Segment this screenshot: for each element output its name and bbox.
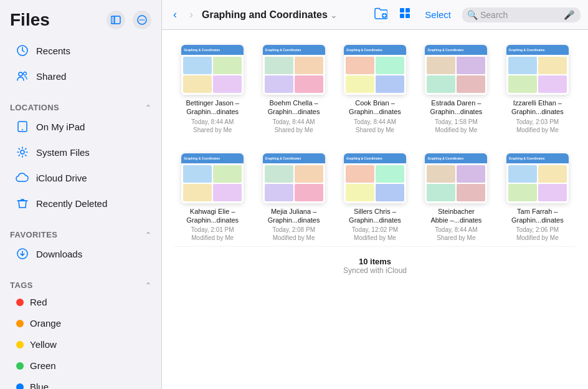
toolbar: ‹ › Graphing and Coordinates ⌄ xyxy=(162,0,588,30)
file-time: Today, 1:58 PM xyxy=(435,118,478,127)
file-status: Shared by Me xyxy=(356,127,394,133)
search-bar: 🔍 🎤 xyxy=(462,7,581,22)
doc-header: Graphing & Coordinates xyxy=(425,45,487,55)
doc-cell-3 xyxy=(508,184,537,201)
doc-cell-1 xyxy=(427,165,455,183)
sidebar-item-recents[interactable]: Recents xyxy=(5,38,156,63)
file-name: Boehm Chella –Graphin...dinates xyxy=(268,98,320,117)
sidebar-item-icloud-drive[interactable]: iCloud Drive xyxy=(5,165,156,190)
shared-label: Shared xyxy=(36,71,66,82)
doc-cell-2 xyxy=(457,57,485,74)
file-status: Modified by Me xyxy=(354,234,396,241)
doc-header: Graphing & Coordinates xyxy=(425,153,487,163)
shared-icon xyxy=(15,69,30,84)
doc-cell-2 xyxy=(376,57,404,74)
sidebar-item-tag-orange[interactable]: Orange xyxy=(5,313,156,334)
doc-body xyxy=(425,163,487,203)
ipad-icon xyxy=(15,119,30,134)
file-item[interactable]: Graphing & Coordinates SteinbacherAbbie … xyxy=(418,148,494,247)
file-status: Modified by Me xyxy=(516,127,559,133)
locations-header[interactable]: Locations ⌃ xyxy=(0,99,161,113)
doc-cell-2 xyxy=(538,165,567,183)
search-input[interactable] xyxy=(480,10,561,20)
doc-body xyxy=(263,55,325,95)
file-doc: Graphing & Coordinates xyxy=(344,45,406,95)
blue-tag-dot xyxy=(16,383,24,390)
doc-header: Graphing & Coordinates xyxy=(263,45,325,55)
sidebar-item-shared[interactable]: Shared xyxy=(5,64,156,89)
doc-body xyxy=(506,163,569,203)
file-item[interactable]: Graphing & Coordinates Kahwagi Elie –Gra… xyxy=(174,148,250,247)
file-item[interactable]: Graphing & Coordinates Boehm Chella –Gra… xyxy=(255,40,331,138)
file-name: Izzarelli Ethan –Graphin...dinates xyxy=(511,98,564,117)
select-button[interactable]: Select xyxy=(420,7,456,22)
doc-header: Graphing & Coordinates xyxy=(344,45,406,55)
doc-header: Graphing & Coordinates xyxy=(506,153,569,163)
svg-point-6 xyxy=(143,19,145,21)
file-item[interactable]: Graphing & Coordinates Cook Brian –Graph… xyxy=(337,40,413,138)
locations-chevron: ⌃ xyxy=(145,103,151,112)
sidebar-item-tag-blue[interactable]: Blue xyxy=(5,377,156,389)
toolbar-actions: Select 🔍 🎤 xyxy=(371,4,581,26)
red-tag-dot xyxy=(16,299,24,306)
sidebar-item-on-my-ipad[interactable]: On My iPad xyxy=(5,114,156,139)
favorites-title: Favorites xyxy=(10,230,57,239)
sidebar-item-tag-red[interactable]: Red xyxy=(5,292,156,312)
more-options-button[interactable] xyxy=(133,11,151,29)
file-doc: Graphing & Coordinates xyxy=(181,45,244,95)
doc-cell-4 xyxy=(295,75,323,93)
recents-label: Recents xyxy=(36,46,70,56)
system-files-label: System Files xyxy=(36,147,90,158)
sidebar-item-recently-deleted[interactable]: Recently Deleted xyxy=(5,191,156,216)
doc-cell-1 xyxy=(265,165,293,183)
file-item[interactable]: Graphing & Coordinates Sillers Chris –Gr… xyxy=(337,148,413,247)
doc-cell-1 xyxy=(508,165,537,183)
doc-header: Graphing & Coordinates xyxy=(181,45,244,55)
doc-body xyxy=(425,55,487,95)
file-item[interactable]: Graphing & Coordinates Mejia Juliana –Gr… xyxy=(255,148,331,247)
doc-header: Graphing & Coordinates xyxy=(263,153,325,163)
sidebar-favorites-section: Favorites ⌃ Downloads xyxy=(0,224,161,269)
doc-cell-4 xyxy=(376,75,404,93)
svg-point-9 xyxy=(24,72,27,75)
doc-header-text: Graphing & Coordinates xyxy=(509,156,545,160)
tag-blue-label: Blue xyxy=(30,382,49,389)
doc-cell-2 xyxy=(538,57,567,74)
favorites-header[interactable]: Favorites ⌃ xyxy=(0,226,161,241)
favorites-chevron: ⌃ xyxy=(145,231,151,239)
new-folder-button[interactable] xyxy=(371,4,390,26)
sidebar-item-downloads[interactable]: Downloads xyxy=(5,241,156,266)
sidebar-title: Files xyxy=(10,10,50,30)
sidebar-item-system-files[interactable]: System Files xyxy=(5,140,156,165)
sidebar-item-tag-green[interactable]: Green xyxy=(5,355,156,376)
breadcrumb-chevron[interactable]: ⌄ xyxy=(330,10,338,20)
file-name: Tam Farrah –Graphin...dinates xyxy=(511,207,564,225)
file-item[interactable]: Graphing & Coordinates Tam Farrah –Graph… xyxy=(500,148,576,247)
tags-header[interactable]: Tags ⌃ xyxy=(0,277,161,291)
file-status: Modified by Me xyxy=(191,234,234,241)
file-time: Today, 2:08 PM xyxy=(272,226,315,234)
back-button[interactable]: ‹ xyxy=(169,6,181,24)
ellipsis-icon xyxy=(137,15,147,25)
file-status: Modified by Me xyxy=(273,234,315,241)
forward-button[interactable]: › xyxy=(186,6,197,24)
file-item[interactable]: Graphing & Coordinates Bettinger Jason –… xyxy=(174,40,250,138)
tag-red-label: Red xyxy=(30,297,47,307)
tags-title: Tags xyxy=(10,281,33,290)
sidebar-item-tag-yellow[interactable]: Yellow xyxy=(5,334,156,355)
doc-body xyxy=(344,163,406,203)
file-status: Shared by Me xyxy=(437,234,475,241)
file-item[interactable]: Graphing & Coordinates Estrada Daren –Gr… xyxy=(418,40,494,138)
sidebar-tags-section: Tags ⌃ Red Orange Yellow Green Blue xyxy=(0,274,161,389)
file-thumbnail: Graphing & Coordinates xyxy=(181,153,244,203)
svg-rect-16 xyxy=(405,8,410,12)
file-item[interactable]: Graphing & Coordinates Izzarelli Ethan –… xyxy=(500,40,576,138)
mic-icon[interactable]: 🎤 xyxy=(564,10,574,20)
search-icon: 🔍 xyxy=(467,10,478,20)
doc-header: Graphing & Coordinates xyxy=(506,45,569,55)
sidebar-toggle-button[interactable] xyxy=(107,11,125,29)
sidebar-header: Files xyxy=(0,0,161,35)
svg-point-8 xyxy=(19,72,22,76)
svg-point-4 xyxy=(140,19,141,21)
view-options-button[interactable] xyxy=(396,4,414,25)
